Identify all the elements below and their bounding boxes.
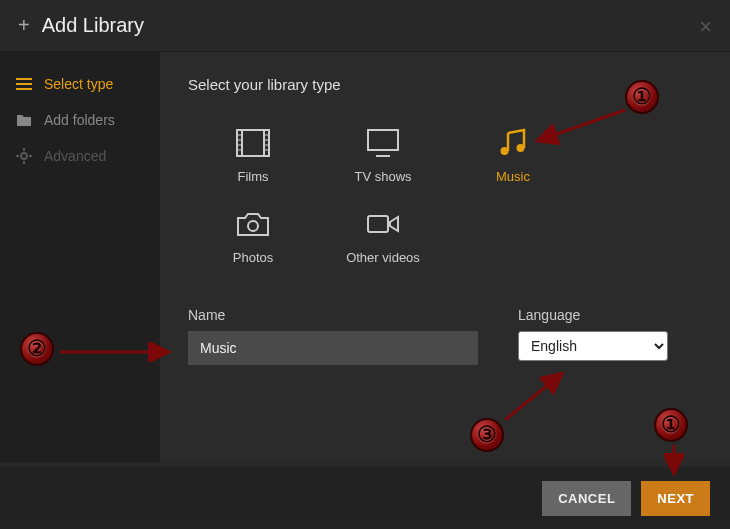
type-tv-shows[interactable]: TV shows <box>318 115 448 196</box>
type-music[interactable]: Music <box>448 115 578 196</box>
language-select[interactable]: English <box>518 331 668 361</box>
sidebar-item-label: Add folders <box>44 112 115 128</box>
plus-icon: + <box>18 14 30 37</box>
folder-icon <box>16 113 34 127</box>
type-label: TV shows <box>318 169 448 184</box>
main-panel: Select your library type Films TV shows <box>160 52 730 462</box>
svg-rect-19 <box>368 130 398 150</box>
tv-icon <box>318 125 448 161</box>
name-input[interactable] <box>188 331 478 365</box>
type-films[interactable]: Films <box>188 115 318 196</box>
svg-point-22 <box>517 144 525 152</box>
type-grid: Films TV shows Music <box>188 115 702 277</box>
sidebar-item-advanced[interactable]: Advanced <box>0 138 160 174</box>
type-other-videos[interactable]: Other videos <box>318 196 448 277</box>
svg-point-21 <box>501 147 509 155</box>
name-field: Name <box>188 307 478 365</box>
video-icon <box>318 206 448 242</box>
sidebar: Select type Add folders Advanced <box>0 52 160 462</box>
sidebar-item-label: Select type <box>44 76 113 92</box>
type-label: Photos <box>188 250 318 265</box>
language-label: Language <box>518 307 668 323</box>
dialog-body: Select type Add folders Advanced Select … <box>0 52 730 462</box>
name-label: Name <box>188 307 478 323</box>
dialog-title: Add Library <box>42 14 144 37</box>
cancel-button[interactable]: CANCEL <box>542 481 631 516</box>
dialog-header: + Add Library × <box>0 0 730 52</box>
type-photos[interactable]: Photos <box>188 196 318 277</box>
svg-point-3 <box>21 153 27 159</box>
film-icon <box>188 125 318 161</box>
type-label: Other videos <box>318 250 448 265</box>
language-field: Language English <box>518 307 668 365</box>
camera-icon <box>188 206 318 242</box>
form-row: Name Language English <box>188 307 702 365</box>
sidebar-item-label: Advanced <box>44 148 106 164</box>
sidebar-item-add-folders[interactable]: Add folders <box>0 102 160 138</box>
music-icon <box>448 125 578 161</box>
type-label: Films <box>188 169 318 184</box>
type-label: Music <box>448 169 578 184</box>
gear-icon <box>16 148 34 164</box>
svg-point-23 <box>248 221 258 231</box>
list-icon <box>16 77 34 91</box>
add-library-dialog: + Add Library × Select type Add folders <box>0 0 730 529</box>
sidebar-item-select-type[interactable]: Select type <box>0 66 160 102</box>
panel-heading: Select your library type <box>188 76 702 93</box>
svg-rect-24 <box>368 216 388 232</box>
close-icon[interactable]: × <box>699 14 712 40</box>
dialog-footer: CANCEL NEXT <box>0 467 730 529</box>
next-button[interactable]: NEXT <box>641 481 710 516</box>
